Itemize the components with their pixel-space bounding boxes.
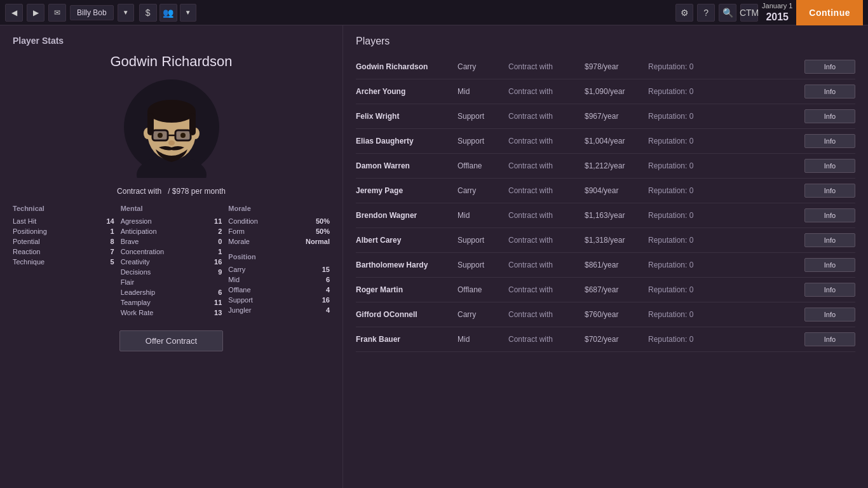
player-rep: Reputation: 0 [648,161,804,170]
stats-grid: Technical Last Hit14Positioning1Potentia… [13,205,330,318]
position-row: Support16 [228,295,330,305]
search-icon[interactable]: 🔍 [719,4,736,22]
position-row: Carry15 [228,264,330,274]
settings-icon[interactable]: ⚙ [675,4,693,22]
player-rep: Reputation: 0 [648,236,804,245]
info-button[interactable]: Info [804,208,855,222]
forward-button[interactable]: ▶ [27,4,44,22]
player-rep: Reputation: 0 [648,211,804,220]
player-contract: Contract with [508,87,585,96]
player-contract: Contract with [508,310,585,319]
technical-stats: Last Hit14Positioning1Potential8Reaction… [13,216,114,267]
player-salary: $702/year [585,335,648,344]
player-contract: Contract with [508,335,585,344]
position-header: Position [228,253,330,261]
player-portrait [121,76,222,180]
morale-row: Condition50% [228,216,330,226]
stat-row: Decisions9 [121,267,222,277]
player-name: Frank Bauer [356,335,458,344]
table-row: Jeremy Page Carry Contract with $904/yea… [356,179,855,203]
info-button[interactable]: Info [804,184,855,198]
info-button[interactable]: Info [804,60,855,74]
table-row: Elias Daugherty Support Contract with $1… [356,129,855,154]
player-name: Brendon Wagner [356,211,458,220]
player-salary: $1,318/year [585,236,648,245]
player-salary: $1,004/year [585,137,648,146]
morale-position-column: Morale Condition50%Form50%MoraleNormal P… [228,205,330,318]
info-button[interactable]: Info [804,134,855,148]
morale-row: MoraleNormal [228,236,330,247]
stat-row: Work Rate13 [121,308,222,318]
stat-row: Potential8 [13,236,114,247]
morale-row: Form50% [228,226,330,236]
player-contract: Contract with [508,112,585,121]
player-contract: Contract with [508,285,585,294]
table-row: Archer Young Mid Contract with $1,090/ye… [356,79,855,104]
portrait-area: reputation 0 Carry [13,76,330,180]
stat-row: Positioning1 [13,226,114,236]
stat-row: Reaction7 [13,247,114,257]
position-row: Jungler4 [228,305,330,315]
player-salary: $967/year [585,112,648,121]
player-contract: Contract with [508,236,585,245]
team-icon[interactable]: 👥 [159,4,177,22]
player-salary: $1,212/year [585,161,648,170]
player-role: Carry [458,62,508,71]
position-row: Offlane4 [228,285,330,295]
player-rep: Reputation: 0 [648,285,804,294]
player-contract: Contract with [508,137,585,146]
table-row: Brendon Wagner Mid Contract with $1,163/… [356,203,855,228]
player-rep: Reputation: 0 [648,137,804,146]
info-button[interactable]: Info [804,233,855,247]
player-salary: $760/year [585,310,648,319]
info-button[interactable]: Info [804,283,855,297]
ctm-label: CTM [740,4,758,22]
money-icon[interactable]: $ [139,4,157,22]
info-button[interactable]: Info [804,258,855,272]
continue-button[interactable]: Continue [796,0,863,25]
table-row: Roger Martin Offlane Contract with $687/… [356,278,855,302]
username-display: Billy Bob [70,5,114,20]
more-dropdown[interactable]: ▼ [180,4,196,22]
back-button[interactable]: ◀ [5,4,23,22]
stat-row: Technique5 [13,257,114,267]
table-row: Bartholomew Hardy Support Contract with … [356,253,855,278]
info-button[interactable]: Info [804,85,855,98]
player-name: Godwin Richardson [13,53,330,70]
table-row: Godwin Richardson Carry Contract with $9… [356,55,855,79]
stat-row: Creativity16 [121,257,222,267]
player-name: Godwin Richardson [356,62,458,71]
svg-rect-5 [147,111,196,118]
player-name: Damon Warren [356,161,458,170]
contract-label: Contract with [117,187,161,196]
table-row: Albert Carey Support Contract with $1,31… [356,228,855,253]
table-row: Frank Bauer Mid Contract with $702/year … [356,327,855,352]
player-contract: Contract with [508,62,585,71]
offer-contract-button[interactable]: Offer Contract [119,330,223,351]
player-name: Gifford OConnell [356,310,458,319]
players-title: Players [356,36,855,47]
player-role: Support [458,261,508,269]
player-role: Carry [458,186,508,195]
section-title: Player Stats [13,36,330,46]
mental-header: Mental [121,205,222,212]
info-button[interactable]: Info [804,159,855,173]
player-salary: $904/year [585,186,648,195]
stat-row: Agression11 [121,216,222,226]
stat-row: Concentration1 [121,247,222,257]
player-role: Carry [458,310,508,319]
player-role: Mid [458,87,508,96]
mail-button[interactable]: ✉ [48,4,66,22]
avatar-image [121,76,222,178]
info-button[interactable]: Info [804,109,855,123]
info-button[interactable]: Info [804,308,855,322]
username-dropdown[interactable]: ▼ [118,4,134,22]
nav-right-section: ⚙ ? 🔍 CTM January 1 2015 Continue [675,0,863,25]
top-navigation: ◀ ▶ ✉ Billy Bob ▼ $ 👥 ▼ ⚙ ? 🔍 CTM Januar… [0,0,868,25]
info-button[interactable]: Info [804,332,855,346]
help-icon[interactable]: ? [697,4,715,22]
player-role: Support [458,112,508,121]
player-role: Mid [458,211,508,220]
player-name: Albert Carey [356,236,458,245]
player-rep: Reputation: 0 [648,261,804,269]
